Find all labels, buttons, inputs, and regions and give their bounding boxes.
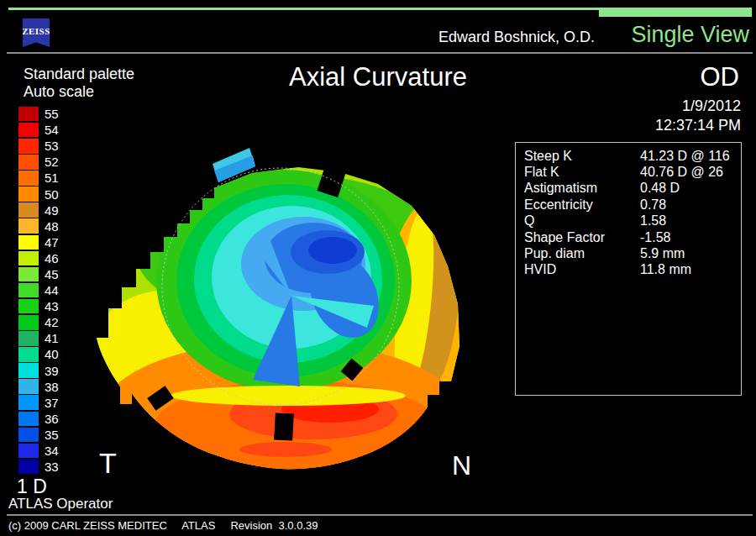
- color-scale-row: 45: [18, 266, 94, 282]
- color-scale-row: 54: [18, 122, 94, 138]
- color-scale-row: 37: [18, 395, 94, 411]
- practice-name: Edward Boshnick, O.D.: [438, 29, 595, 46]
- header-divider: [7, 52, 753, 54]
- color-swatch: [18, 267, 39, 282]
- stat-value: 0.48 D: [640, 181, 680, 196]
- color-swatch: [18, 395, 39, 410]
- stat-label: Astigmatism: [524, 181, 640, 196]
- stat-row: Q 1.58: [524, 213, 741, 229]
- color-swatch: [18, 218, 39, 234]
- stat-row: Flat K 40.76 D @ 26: [524, 164, 741, 180]
- color-scale-value: 53: [45, 139, 59, 153]
- color-scale-row: 41: [18, 330, 94, 346]
- color-scale-row: 42: [18, 314, 94, 330]
- stat-label: Shape Factor: [524, 230, 640, 245]
- color-scale-row: 43: [18, 298, 94, 314]
- color-scale-value: 44: [45, 283, 59, 297]
- view-mode-label[interactable]: Single View: [631, 22, 749, 48]
- color-swatch: [18, 283, 39, 298]
- color-swatch: [18, 412, 39, 427]
- color-scale-value: 52: [45, 155, 59, 169]
- color-swatch: [18, 107, 39, 122]
- color-scale-value: 47: [45, 235, 59, 250]
- color-swatch: [18, 187, 39, 202]
- stat-row: HVID 11.8 mm: [524, 262, 741, 278]
- color-scale-value: 43: [45, 299, 59, 313]
- color-scale-row: 44: [18, 282, 94, 298]
- color-scale-value: 40: [45, 347, 59, 361]
- color-scale-value: 48: [45, 219, 59, 234]
- atlas-screen: ZEISS Edward Boshnick, O.D. Single View …: [0, 0, 756, 536]
- color-scale-value: 33: [45, 460, 59, 474]
- color-scale-row: 38: [18, 379, 94, 395]
- color-scale-row: 48: [18, 218, 94, 234]
- color-scale-row: 53: [18, 138, 94, 154]
- stat-row: Steep K 41.23 D @ 116: [524, 148, 741, 164]
- keratometry-stats-panel: Steep K 41.23 D @ 116 Flat K 40.76 D @ 2…: [515, 142, 742, 396]
- color-swatch: [18, 315, 39, 330]
- color-swatch: [18, 428, 39, 443]
- operator-name: ATLAS Operator: [8, 496, 113, 512]
- color-scale-row: 51: [18, 170, 94, 186]
- footer-divider: [7, 514, 753, 516]
- color-scale-value: 55: [45, 107, 59, 121]
- stat-row: Pup. diam 5.9 mm: [524, 245, 741, 261]
- zeiss-logo-text: ZEISS: [22, 26, 50, 47]
- color-swatch: [18, 251, 39, 266]
- color-scale-row: 36: [18, 411, 94, 427]
- color-scale-row: 35: [18, 427, 94, 443]
- nasal-label: N: [452, 450, 471, 481]
- temporal-label: T: [99, 447, 117, 480]
- exam-date: 1/9/2012: [682, 97, 741, 115]
- view-mode-accent-bar: [599, 8, 752, 17]
- color-scale-row: 39: [18, 363, 94, 379]
- stat-row: Shape Factor -1.58: [524, 229, 741, 245]
- stat-label: Q: [524, 213, 640, 229]
- axial-curvature-map: [88, 136, 483, 481]
- color-scale-value: 49: [45, 203, 59, 218]
- color-scale-value: 39: [45, 364, 59, 378]
- color-swatch: [18, 235, 39, 250]
- color-scale-value: 51: [45, 171, 59, 185]
- stat-label: HVID: [524, 262, 640, 277]
- stat-label: Steep K: [524, 149, 640, 164]
- stat-value: 41.23 D @ 116: [640, 149, 730, 164]
- color-scale-value: 50: [45, 187, 59, 202]
- color-scale-value: 42: [45, 315, 59, 329]
- scale-unit-label: 1 D: [17, 476, 47, 498]
- band-yellow-bottom-arc: [171, 386, 406, 406]
- stat-value: 11.8 mm: [640, 262, 691, 277]
- color-scale-row: 47: [18, 234, 94, 250]
- color-swatch: [18, 363, 39, 378]
- color-scale-row: 52: [18, 154, 94, 170]
- map-notch-bottom: [274, 413, 294, 440]
- stat-value: 40.76 D @ 26: [640, 165, 723, 180]
- color-swatch: [18, 444, 39, 459]
- color-scale-row: 55: [18, 106, 94, 122]
- stat-label: Eccentricity: [524, 197, 640, 213]
- exam-time: 12:37:14 PM: [655, 117, 741, 134]
- stat-value: -1.58: [640, 230, 670, 245]
- color-scale-value: 46: [45, 251, 59, 265]
- color-scale-value: 41: [45, 331, 59, 345]
- stat-value: 1.58: [640, 213, 666, 229]
- color-scale-value: 36: [45, 412, 59, 426]
- color-scale-value: 35: [45, 428, 59, 442]
- color-scale: 55 54 53 52 51 50: [18, 106, 94, 475]
- stat-row: Eccentricity 0.78: [524, 197, 741, 213]
- stat-value: 5.9 mm: [640, 246, 685, 261]
- header-accent-line: [8, 8, 599, 10]
- color-scale-value: 34: [45, 444, 59, 458]
- color-swatch: [18, 139, 39, 154]
- color-scale-value: 45: [45, 267, 59, 281]
- color-swatch: [18, 155, 39, 170]
- page-title: Axial Curvature: [0, 62, 756, 92]
- color-scale-row: 49: [18, 202, 94, 218]
- color-swatch: [18, 171, 39, 186]
- color-scale-row: 50: [18, 186, 94, 202]
- stat-label: Flat K: [524, 165, 640, 180]
- zeiss-logo: ZEISS: [23, 18, 50, 47]
- band-red-streak: [239, 442, 332, 457]
- eye-indicator: OD: [701, 62, 740, 92]
- color-swatch: [18, 123, 39, 138]
